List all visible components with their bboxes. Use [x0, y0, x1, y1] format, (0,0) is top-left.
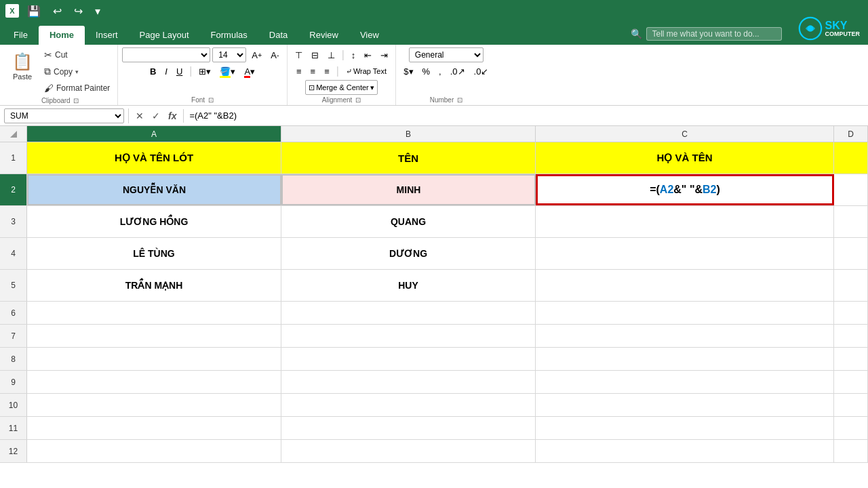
- cell-a6[interactable]: [27, 302, 281, 324]
- cell-c5[interactable]: [536, 270, 834, 301]
- col-header-c[interactable]: C: [536, 126, 834, 142]
- cell-b8[interactable]: [281, 348, 536, 370]
- cell-a9[interactable]: [27, 371, 281, 393]
- save-button[interactable]: 💾: [23, 3, 45, 19]
- cell-a4[interactable]: LÊ TÙNG: [27, 238, 281, 269]
- font-name-select[interactable]: [122, 47, 210, 62]
- tab-data[interactable]: Data: [258, 26, 298, 45]
- font-size-select[interactable]: 14 89101112 1416182024: [212, 47, 246, 62]
- decrease-decimal-button[interactable]: .0↙: [471, 64, 492, 79]
- italic-button[interactable]: I: [161, 64, 171, 79]
- tab-insert[interactable]: Insert: [85, 26, 129, 45]
- row-number-12[interactable]: 12: [0, 440, 27, 462]
- cell-c7[interactable]: [536, 325, 834, 347]
- tab-file[interactable]: File: [3, 26, 39, 45]
- row-number-2[interactable]: 2: [0, 174, 27, 205]
- cell-c1[interactable]: HỌ VÀ TÊN: [536, 142, 834, 174]
- comma-button[interactable]: ,: [435, 64, 445, 79]
- cell-a11[interactable]: [27, 417, 281, 439]
- row-number-11[interactable]: 11: [0, 417, 27, 439]
- format-painter-button[interactable]: 🖌 Format Painter: [41, 81, 113, 96]
- percent-button[interactable]: %: [419, 64, 434, 79]
- name-box-select[interactable]: SUM: [4, 108, 124, 123]
- row-number-5[interactable]: 5: [0, 270, 27, 301]
- row-number-3[interactable]: 3: [0, 206, 27, 237]
- cell-d10[interactable]: [834, 394, 868, 416]
- cell-d11[interactable]: [834, 417, 868, 439]
- cell-c8[interactable]: [536, 348, 834, 370]
- cell-d3[interactable]: [834, 206, 868, 237]
- cell-a5[interactable]: TRẦN MẠNH: [27, 270, 281, 301]
- fill-color-button[interactable]: 🪣 ▾: [216, 64, 239, 79]
- row-number-10[interactable]: 10: [0, 394, 27, 416]
- copy-button[interactable]: ⧉ Copy ▾: [41, 64, 113, 79]
- font-dialog-launcher[interactable]: ⊡: [208, 96, 214, 104]
- cell-b11[interactable]: [281, 417, 536, 439]
- cell-c2[interactable]: =(A2&" "&B2): [536, 174, 834, 205]
- bold-button[interactable]: B: [146, 64, 159, 79]
- increase-font-size-button[interactable]: A+: [248, 47, 265, 62]
- align-right-button[interactable]: ≡: [321, 64, 333, 79]
- cell-c6[interactable]: [536, 302, 834, 324]
- number-format-select[interactable]: General Number Currency Accounting Date …: [409, 47, 484, 62]
- cell-d5[interactable]: [834, 270, 868, 301]
- redo-button[interactable]: ↪: [70, 3, 87, 19]
- undo-button[interactable]: ↩: [49, 3, 66, 19]
- cell-b10[interactable]: [281, 394, 536, 416]
- tab-formulas[interactable]: Formulas: [200, 26, 258, 45]
- accounting-format-button[interactable]: $▾: [400, 64, 416, 79]
- row-number-9[interactable]: 9: [0, 371, 27, 393]
- cell-b12[interactable]: [281, 440, 536, 462]
- col-header-a[interactable]: A: [27, 126, 281, 142]
- alignment-dialog-launcher[interactable]: ⊡: [355, 96, 361, 104]
- underline-button[interactable]: U: [173, 64, 186, 79]
- borders-button[interactable]: ⊞▾: [195, 64, 214, 79]
- tell-me-input[interactable]: [646, 27, 782, 41]
- number-dialog-launcher[interactable]: ⊡: [457, 96, 462, 104]
- align-middle-button[interactable]: ⊟: [308, 47, 322, 62]
- align-bottom-button[interactable]: ⊥: [324, 47, 338, 62]
- indent-decrease-button[interactable]: ⇤: [361, 47, 375, 62]
- cell-a7[interactable]: [27, 325, 281, 347]
- cell-d4[interactable]: [834, 238, 868, 269]
- cell-b6[interactable]: [281, 302, 536, 324]
- cell-b3[interactable]: QUANG: [281, 206, 536, 237]
- col-header-d[interactable]: D: [834, 126, 868, 142]
- cell-c4[interactable]: [536, 238, 834, 269]
- row-number-1[interactable]: 1: [0, 142, 27, 174]
- row-number-6[interactable]: 6: [0, 302, 27, 324]
- cell-b7[interactable]: [281, 325, 536, 347]
- cell-a8[interactable]: [27, 348, 281, 370]
- row-number-7[interactable]: 7: [0, 325, 27, 347]
- text-direction-button[interactable]: ↕: [348, 47, 359, 62]
- cell-c12[interactable]: [536, 440, 834, 462]
- cell-d2[interactable]: [834, 174, 868, 205]
- cell-a10[interactable]: [27, 394, 281, 416]
- cell-d12[interactable]: [834, 440, 868, 462]
- indent-increase-button[interactable]: ⇥: [377, 47, 391, 62]
- decrease-font-size-button[interactable]: A-: [267, 47, 282, 62]
- cell-a12[interactable]: [27, 440, 281, 462]
- increase-decimal-button[interactable]: .0↗: [447, 64, 469, 79]
- formula-input[interactable]: [184, 110, 868, 121]
- cut-button[interactable]: ✂ Cut: [41, 47, 113, 62]
- cell-c9[interactable]: [536, 371, 834, 393]
- cell-b2[interactable]: MINH: [281, 174, 536, 205]
- col-header-b[interactable]: B: [281, 126, 536, 142]
- confirm-formula-button[interactable]: ✓: [149, 109, 163, 123]
- font-color-button[interactable]: A ▾: [241, 64, 258, 79]
- cell-d7[interactable]: [834, 325, 868, 347]
- merge-center-button[interactable]: ⊡ Merge & Center ▾: [305, 80, 378, 95]
- align-center-button[interactable]: ≡: [307, 64, 319, 79]
- tab-page-layout[interactable]: Page Layout: [129, 26, 200, 45]
- paste-button[interactable]: 📋 Paste: [7, 47, 38, 84]
- cell-d9[interactable]: [834, 371, 868, 393]
- align-left-button[interactable]: ≡: [293, 64, 305, 79]
- tab-view[interactable]: View: [349, 26, 390, 45]
- cell-d6[interactable]: [834, 302, 868, 324]
- clipboard-dialog-launcher[interactable]: ⊡: [73, 97, 79, 104]
- align-top-button[interactable]: ⊤: [292, 47, 306, 62]
- customize-qat-button[interactable]: ▾: [91, 3, 104, 19]
- row-number-8[interactable]: 8: [0, 348, 27, 370]
- cell-b9[interactable]: [281, 371, 536, 393]
